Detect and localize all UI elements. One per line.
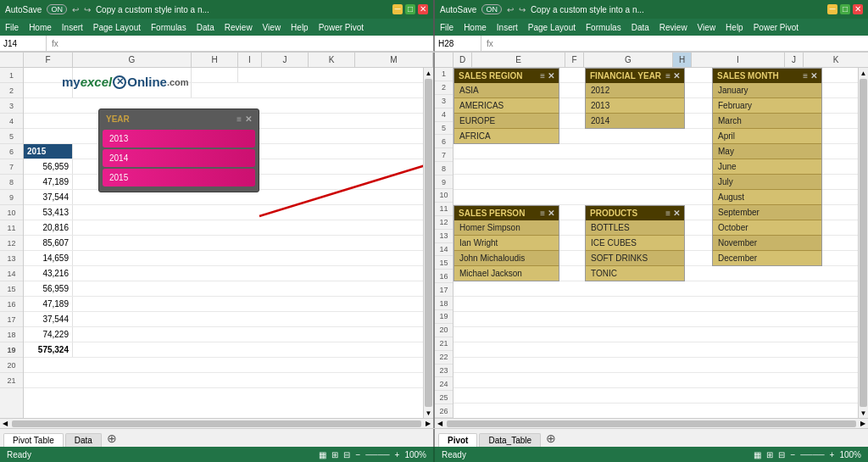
right-scroll-h-thumb[interactable] <box>447 420 856 427</box>
sales-person-clear-icon[interactable]: ✕ <box>548 209 554 218</box>
right-review-tab[interactable]: Review <box>654 22 693 33</box>
cell-rest2[interactable] <box>192 83 423 97</box>
cell-f15[interactable]: 56,959 <box>24 281 73 296</box>
financial-year-item-2012[interactable]: 2012 <box>586 83 684 98</box>
right-home-tab[interactable]: Home <box>459 22 492 33</box>
left-file-tab[interactable]: File <box>0 22 24 33</box>
sales-person-item-homer[interactable]: Homer Simpson <box>454 220 559 236</box>
left-view-page-icon[interactable]: ⊟ <box>343 450 350 459</box>
sales-month-item-september[interactable]: September <box>713 205 821 220</box>
cell-rest17[interactable] <box>73 312 423 326</box>
cell-rest19[interactable] <box>73 342 423 357</box>
left-minimize-btn[interactable]: ─ <box>392 4 403 14</box>
right-undo-icon[interactable]: ↩ <box>507 5 514 14</box>
left-tab-pivot-table[interactable]: Pivot Table <box>3 433 64 447</box>
right-scroll-down-btn[interactable]: ▼ <box>859 408 868 418</box>
left-view-tab[interactable]: View <box>258 22 287 33</box>
left-data-tab[interactable]: Data <box>192 22 220 33</box>
right-scroll-left-btn[interactable]: ◀ <box>435 420 445 427</box>
right-view-page-icon[interactable]: ⊟ <box>778 450 785 459</box>
right-close-btn[interactable]: ✕ <box>853 4 863 14</box>
right-scrollbar-v[interactable]: ▲ ▼ <box>858 68 868 418</box>
left-powerpivot-tab[interactable]: Power Pivot <box>314 22 369 33</box>
left-zoom-in-icon[interactable]: + <box>395 450 400 459</box>
cell-rest16[interactable] <box>73 297 423 311</box>
cell-f16[interactable]: 47,189 <box>24 297 73 311</box>
cell-f19[interactable]: 575,324 <box>24 342 73 357</box>
sales-person-item-john[interactable]: John Michaloudis <box>454 251 559 266</box>
left-scrollbar-h[interactable]: ◀ ▶ <box>0 418 433 428</box>
left-cell-ref[interactable] <box>0 36 47 51</box>
year-slicer-item-2013[interactable]: 2013 <box>103 130 255 148</box>
right-pagelayout-tab[interactable]: Page Layout <box>523 22 581 33</box>
left-close-btn[interactable]: ✕ <box>418 4 428 14</box>
right-redo-icon[interactable]: ↪ <box>519 5 526 14</box>
year-slicer-item-2014[interactable]: 2014 <box>103 149 255 167</box>
sales-region-clear-icon[interactable]: ✕ <box>548 71 554 81</box>
sales-month-item-october[interactable]: October <box>713 220 821 236</box>
cell-rest15[interactable] <box>73 281 423 296</box>
right-scroll-right-btn[interactable]: ▶ <box>858 420 868 427</box>
sales-month-item-february[interactable]: February <box>713 98 821 114</box>
year-slicer-clear-icon[interactable]: ✕ <box>245 114 252 124</box>
products-item-icecubes[interactable]: ICE CUBES <box>586 236 684 251</box>
scroll-h-thumb[interactable] <box>12 420 421 427</box>
left-insert-tab[interactable]: Insert <box>57 22 88 33</box>
sales-month-item-march[interactable]: March <box>713 114 821 129</box>
cell-f17[interactable]: 37,544 <box>24 312 73 326</box>
scroll-down-btn[interactable]: ▼ <box>424 408 433 418</box>
cell-f13[interactable]: 14,659 <box>24 251 73 265</box>
right-tab-pivot[interactable]: Pivot <box>438 433 477 447</box>
right-help-tab[interactable]: Help <box>721 22 748 33</box>
scroll-thumb[interactable] <box>425 79 432 407</box>
cell-rest20[interactable] <box>24 358 423 372</box>
right-formulas-tab[interactable]: Formulas <box>581 22 626 33</box>
left-formulas-tab[interactable]: Formulas <box>146 22 192 33</box>
right-cell-ref[interactable] <box>435 36 481 51</box>
financial-year-item-2014[interactable]: 2014 <box>586 114 684 128</box>
left-home-tab[interactable]: Home <box>24 22 57 33</box>
sales-month-item-january[interactable]: January <box>713 83 821 98</box>
products-item-softdrinks[interactable]: SOFT DRINKS <box>586 251 684 266</box>
cell-f7[interactable]: 56,959 <box>24 159 73 174</box>
sales-month-item-november[interactable]: November <box>713 236 821 251</box>
products-item-bottles[interactable]: BOTTLES <box>586 220 684 236</box>
sales-region-item-africa[interactable]: AFRICA <box>454 129 559 143</box>
sales-region-item-americas[interactable]: AMERICAS <box>454 98 559 114</box>
cell-rest14[interactable] <box>73 266 423 281</box>
right-view-normal-icon[interactable]: ▦ <box>754 450 761 459</box>
add-sheet-right-btn[interactable]: ⊕ <box>542 430 559 447</box>
sales-person-item-michael[interactable]: Michael Jackson <box>454 266 559 281</box>
right-view-layout-icon[interactable]: ⊞ <box>766 450 773 459</box>
products-item-tonic[interactable]: TONIC <box>586 266 684 281</box>
scroll-up-btn[interactable]: ▲ <box>424 68 433 78</box>
right-scrollbar-h[interactable]: ◀ ▶ <box>435 418 868 428</box>
right-maximize-btn[interactable]: □ <box>840 4 850 14</box>
add-sheet-left-btn[interactable]: ⊕ <box>103 430 120 447</box>
cell-f10[interactable]: 53,413 <box>24 205 73 220</box>
left-view-normal-icon[interactable]: ▦ <box>319 450 326 459</box>
cell-f12[interactable]: 85,607 <box>24 236 73 250</box>
cell-rest18[interactable] <box>73 327 423 342</box>
cell-rest10[interactable] <box>73 205 423 220</box>
year-slicer-filter-icon[interactable]: ≡ <box>236 114 242 124</box>
left-redo-icon[interactable]: ↪ <box>84 5 91 14</box>
right-zoom-in-icon[interactable]: + <box>830 450 835 459</box>
sales-region-item-asia[interactable]: ASIA <box>454 83 559 98</box>
cell-f6[interactable]: 2015 <box>24 144 73 159</box>
financial-year-filter-icon[interactable]: ≡ <box>665 71 670 81</box>
sales-region-filter-icon[interactable]: ≡ <box>540 71 545 81</box>
sales-month-filter-icon[interactable]: ≡ <box>803 71 808 81</box>
sales-month-item-june[interactable]: June <box>713 159 821 175</box>
financial-year-item-2013[interactable]: 2013 <box>586 98 684 114</box>
scroll-right-btn[interactable]: ▶ <box>423 420 433 427</box>
sales-month-item-august[interactable]: August <box>713 190 821 205</box>
right-autosave-toggle[interactable]: ON <box>481 4 502 14</box>
year-slicer-item-2015[interactable]: 2015 <box>103 169 255 186</box>
sales-month-item-december[interactable]: December <box>713 251 821 265</box>
sales-person-filter-icon[interactable]: ≡ <box>540 209 545 218</box>
cell-rest11[interactable] <box>73 220 423 235</box>
left-review-tab[interactable]: Review <box>220 22 258 33</box>
left-zoom-slider[interactable]: ──── <box>365 450 389 459</box>
left-tab-data[interactable]: Data <box>65 433 102 447</box>
